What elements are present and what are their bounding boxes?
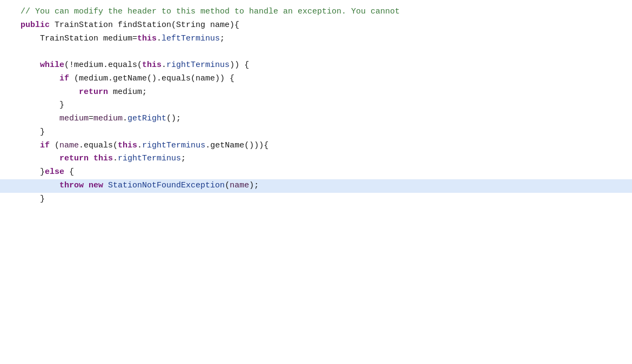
code-line-2: public TrainStation findStation(String n…	[0, 19, 632, 32]
code-line-11: if (name.equals(this.rightTerminus.getNa…	[0, 139, 632, 153]
dot-5: .	[162, 60, 166, 70]
exception-class: StationNotFoundException	[108, 181, 225, 190]
code-line-9: medium=medium.getRight();	[0, 112, 632, 126]
dot2-11: .	[137, 141, 142, 150]
keyword-public: public	[21, 21, 50, 30]
semi-12: ;	[181, 154, 186, 163]
dot-11: .equals(	[79, 141, 118, 150]
code-editor: // You can modify the header to this met…	[0, 0, 632, 364]
paren-14b: );	[249, 181, 259, 190]
indent-10: }	[21, 127, 45, 137]
comment-text-1: // You can modify the header to this met…	[21, 7, 400, 16]
code-line-6: if (medium.getName().equals(name)) {	[0, 72, 632, 86]
paren-5b: )) {	[230, 60, 249, 70]
indent-5	[21, 60, 40, 70]
dot-9: .	[123, 114, 127, 123]
code-line-14: throw new StationNotFoundException(name)…	[0, 179, 632, 193]
method-getRight: getRight	[127, 114, 166, 123]
code-line-15: }	[0, 193, 632, 206]
code-line-1: // You can modify the header to this met…	[0, 5, 632, 19]
space-14b	[103, 181, 108, 190]
space-12	[89, 154, 93, 163]
indent-15: }	[21, 194, 45, 204]
eq-9: =	[89, 114, 93, 123]
paren-5a: (!medium.equals(	[64, 60, 142, 70]
indent-7	[21, 87, 79, 97]
varname-name-14: name	[230, 181, 249, 190]
field-rightTerminus-5: rightTerminus	[166, 60, 230, 70]
code-line-13: }else {	[0, 166, 632, 179]
code-line-5: while(!medium.equals(this.rightTerminus)…	[0, 59, 632, 72]
keyword-this-3: this	[137, 34, 157, 43]
field-rightTerminus-12: rightTerminus	[118, 154, 181, 163]
code-line-10: }	[0, 126, 632, 139]
indent-6	[21, 74, 59, 83]
keyword-if-11: if	[40, 141, 50, 150]
code-line-12: return this.rightTerminus;	[0, 152, 632, 166]
indent-8: }	[21, 100, 64, 110]
space-14	[84, 181, 89, 190]
paren-14: (	[225, 181, 230, 190]
keyword-return-12: return	[59, 154, 89, 163]
keyword-new: new	[89, 181, 103, 190]
code-6: (medium.getName().equals(name)) {	[69, 74, 234, 83]
brace-13: {	[64, 167, 74, 177]
keyword-this-5: this	[142, 60, 162, 70]
keyword-while: while	[40, 60, 64, 70]
indent-3: TrainStation medium=	[21, 34, 137, 43]
keyword-throw: throw	[59, 181, 84, 190]
indent-13a: }	[21, 167, 45, 177]
code-line-4	[0, 45, 632, 59]
keyword-return-7: return	[79, 87, 108, 97]
keyword-if-6: if	[59, 74, 69, 83]
code-11b: .getName())){	[205, 141, 268, 150]
indent-11	[21, 141, 40, 150]
keyword-this-11: this	[118, 141, 137, 150]
indent-9	[21, 114, 59, 123]
dot-3: .	[157, 34, 162, 43]
code-line-3: TrainStation medium=this.leftTerminus;	[0, 32, 632, 46]
parens-9: ();	[166, 114, 181, 123]
code-line-8: }	[0, 99, 632, 112]
semi-3: ;	[220, 34, 225, 43]
varname-medium-9b: medium	[93, 114, 123, 123]
indent-14	[21, 181, 59, 190]
code-line-7: return medium;	[0, 86, 632, 99]
dot-12: .	[113, 154, 118, 163]
keyword-this-12: this	[93, 154, 113, 163]
code-11a: (	[50, 141, 59, 150]
code-7: medium;	[108, 87, 147, 97]
keyword-else: else	[45, 167, 64, 177]
field-rightTerminus-11: rightTerminus	[142, 141, 205, 150]
field-leftTerminus: leftTerminus	[162, 34, 220, 43]
indent-12	[21, 154, 59, 163]
varname-name-11: name	[59, 141, 79, 150]
varname-medium-9: medium	[59, 114, 89, 123]
plain-space: TrainStation findStation(String name){	[50, 21, 239, 30]
